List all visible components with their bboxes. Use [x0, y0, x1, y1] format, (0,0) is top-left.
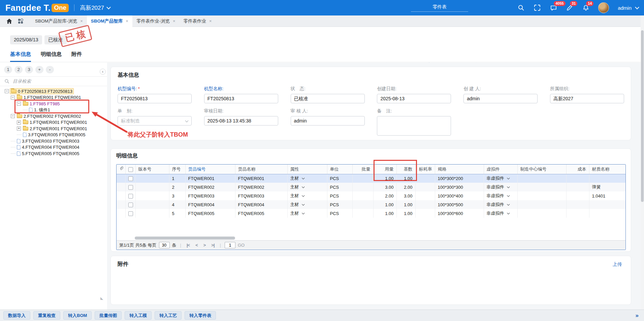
- last-page-button[interactable]: >|: [211, 243, 214, 248]
- tree-node[interactable]: −1.FTQWER001 FTQWER001: [0, 95, 107, 101]
- user-avatar[interactable]: [598, 2, 609, 13]
- edit-tasks-icon[interactable]: 31: [566, 4, 573, 11]
- collapse-tree-button[interactable]: ‹: [100, 69, 106, 75]
- upload-link[interactable]: 上传: [613, 261, 622, 268]
- tree-level-button--[interactable]: -: [46, 66, 54, 73]
- col-header-virtual[interactable]: 虚拟件: [484, 165, 517, 174]
- form-field-input[interactable]: admin: [463, 94, 538, 103]
- tree-level-button-3[interactable]: 3: [25, 66, 33, 73]
- expand-more-actions-button[interactable]: »: [636, 312, 641, 319]
- bottom-button-数据导入[interactable]: 数据导入: [3, 311, 30, 320]
- col-header-attr[interactable]: 属性: [287, 165, 327, 174]
- messages-icon[interactable]: 4055: [550, 4, 557, 11]
- tree-expander-expand-icon[interactable]: +: [17, 127, 21, 131]
- col-header-material[interactable]: 材质名称: [589, 165, 625, 174]
- tree-node[interactable]: −2.FTQWER002 FTQWER002: [0, 113, 107, 119]
- col-header-seq[interactable]: 序号: [169, 165, 185, 174]
- col-header-spec[interactable]: 规格: [435, 165, 484, 174]
- prev-page-button[interactable]: <: [195, 243, 198, 248]
- col-header-code[interactable]: 货品编号: [185, 165, 235, 174]
- page-size-input[interactable]: [159, 242, 170, 248]
- window-tab-1[interactable]: SBOM产品智库×: [87, 15, 132, 27]
- bottom-button-转入工艺[interactable]: 转入工艺: [155, 311, 182, 320]
- tree-node-content[interactable]: 3.FTQWER003 FTQWER003: [16, 138, 80, 144]
- col-header-cost[interactable]: 成本: [566, 165, 589, 174]
- first-page-button[interactable]: |<: [187, 243, 190, 248]
- cell-dropdown-chevron-icon[interactable]: [302, 177, 304, 179]
- hscrollbar-thumb[interactable]: [135, 237, 235, 240]
- scan-fullscreen-icon[interactable]: [534, 4, 541, 11]
- tree-level-button-2[interactable]: 2: [14, 66, 23, 73]
- user-menu-chevron-down-icon[interactable]: [635, 5, 639, 9]
- cell-dropdown-chevron-icon[interactable]: [302, 203, 304, 206]
- col-header-center[interactable]: 制造中心编号: [517, 165, 566, 174]
- form-field-input[interactable]: admin: [291, 116, 365, 126]
- form-field-input[interactable]: 已核准: [291, 94, 365, 103]
- tree-node-content[interactable]: 3.FTQWER005 FTQWER005: [22, 132, 86, 138]
- go-button[interactable]: GO: [238, 243, 245, 248]
- col-header-check[interactable]: [125, 165, 135, 174]
- tree-resize-handle[interactable]: ◢: [100, 296, 103, 300]
- col-header-version[interactable]: 版本号: [135, 165, 169, 174]
- table-row[interactable]: 4FTQWER004FTQWER004主材PCS1.001.00100*300*…: [117, 200, 625, 209]
- tree-node[interactable]: 1. 镶件1: [0, 107, 107, 113]
- table-row[interactable]: 1FTQWER001FTQWER001主材PCS1.001.00100*300*…: [117, 174, 625, 183]
- bottom-button-重复检查[interactable]: 重复检查: [33, 311, 60, 320]
- tree-expander-collapse-icon[interactable]: −: [11, 96, 15, 100]
- cell-dropdown-chevron-icon[interactable]: [507, 203, 510, 206]
- tab-close-icon[interactable]: ×: [209, 19, 212, 24]
- cell-dropdown-chevron-icon[interactable]: [302, 212, 304, 214]
- row-checkbox[interactable]: [128, 176, 133, 181]
- tree-node[interactable]: +1.FTQWER001 FTQWER001: [0, 119, 107, 126]
- form-field-input[interactable]: FT20250813: [204, 94, 278, 103]
- cell-dropdown-chevron-icon[interactable]: [302, 185, 304, 188]
- bottom-button-转入工模[interactable]: 转入工模: [125, 311, 152, 320]
- form-field-textarea[interactable]: [377, 116, 451, 136]
- select-all-checkbox[interactable]: [128, 167, 133, 172]
- next-page-button[interactable]: >: [203, 243, 206, 248]
- tree-node-content[interactable]: 2.FTQWER002 FTQWER002: [16, 113, 82, 119]
- col-header-usage[interactable]: 用量: [373, 165, 396, 174]
- cell-dropdown-chevron-icon[interactable]: [507, 212, 510, 214]
- cell-dropdown-chevron-icon[interactable]: [302, 194, 304, 197]
- row-checkbox[interactable]: [128, 211, 133, 216]
- col-header-batch[interactable]: 批量: [352, 165, 373, 174]
- form-field-input[interactable]: FT20250813: [118, 94, 192, 103]
- goto-page-input[interactable]: [225, 242, 235, 248]
- tree-node-content[interactable]: 1.FT985 FT985: [22, 101, 61, 107]
- tree-level-button-1[interactable]: 1: [4, 66, 12, 73]
- tab-close-icon[interactable]: ×: [126, 19, 128, 24]
- table-row[interactable]: 5FTQWER005FTQWER005主材PCS1.001.00100*300*…: [117, 209, 625, 218]
- tree-expander-collapse-icon[interactable]: −: [11, 114, 15, 118]
- tree-node-content[interactable]: 2.FTQWER001 FTQWER001: [22, 126, 88, 132]
- row-checkbox[interactable]: [128, 194, 133, 199]
- tree-node[interactable]: −0 FT20250813 FT20250813: [0, 88, 107, 95]
- tab-close-icon[interactable]: ×: [173, 19, 175, 24]
- tree-node-content[interactable]: 4.FTQWER004 FTQWER004: [16, 144, 80, 150]
- bottom-button-转入零件表[interactable]: 转入零件表: [185, 311, 216, 320]
- section-tab-0[interactable]: 基本信息: [10, 51, 31, 62]
- tree-expander-collapse-icon[interactable]: −: [17, 102, 21, 106]
- page-vscrollbar[interactable]: [641, 15, 644, 310]
- tree-node-content[interactable]: 1. 镶件1: [28, 107, 51, 113]
- tree-expander-expand-icon[interactable]: +: [17, 120, 21, 124]
- row-checkbox[interactable]: [128, 185, 133, 190]
- home-icon[interactable]: [3, 15, 15, 27]
- tree-node-content[interactable]: 5.FTQWER005 FTQWER005: [16, 150, 80, 156]
- org-selector[interactable]: 高新2027: [80, 4, 104, 12]
- bottom-button-批量传图[interactable]: 批量传图: [95, 311, 122, 320]
- tree-node-content[interactable]: 0 FT20250813 FT20250813: [10, 88, 74, 94]
- page-vscrollbar-thumb[interactable]: [641, 30, 644, 202]
- org-chevron-down-icon[interactable]: [106, 5, 111, 9]
- form-field-input[interactable]: 2025-08-13 13:45:38: [204, 116, 278, 126]
- tree-level-button-+[interactable]: +: [35, 66, 43, 73]
- col-header-name[interactable]: 货品名称: [235, 165, 287, 174]
- cell-dropdown-chevron-icon[interactable]: [507, 194, 510, 197]
- form-field-select[interactable]: 标准制造: [118, 116, 192, 126]
- cell-dropdown-chevron-icon[interactable]: [507, 185, 510, 188]
- window-tab-2[interactable]: 零件表作业-浏览×: [132, 15, 180, 27]
- row-checkbox[interactable]: [128, 203, 133, 207]
- tree-node[interactable]: 3.FTQWER005 FTQWER005: [0, 132, 107, 138]
- apps-grid-icon[interactable]: [15, 15, 26, 27]
- form-field-input[interactable]: 2025-08-13: [377, 94, 451, 103]
